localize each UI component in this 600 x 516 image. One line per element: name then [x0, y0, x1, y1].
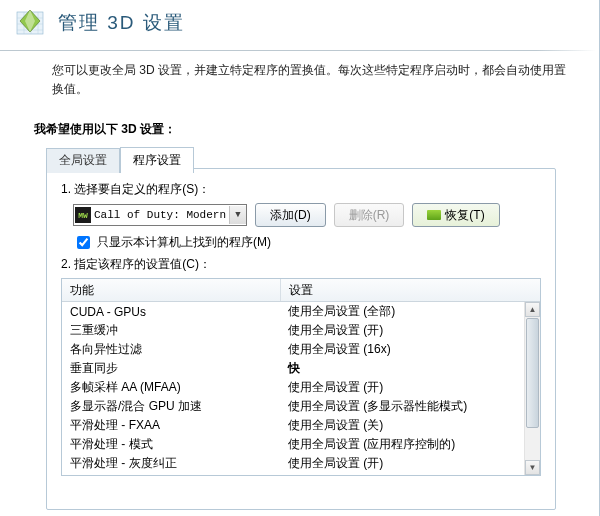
add-button-label: 添加(D)	[270, 207, 311, 224]
table-row[interactable]: 多显示器/混合 GPU 加速使用全局设置 (多显示器性能模式)	[62, 397, 525, 416]
setting-cell: 使用全局设置 (开)	[280, 379, 525, 396]
setting-cell: 使用全局设置 (关)	[280, 417, 525, 434]
col-feature-header[interactable]: 功能	[62, 279, 281, 301]
table-row[interactable]: 多帧采样 AA (MFAA)使用全局设置 (开)	[62, 378, 525, 397]
remove-button-label: 删除(R)	[349, 207, 390, 224]
add-button[interactable]: 添加(D)	[255, 203, 326, 227]
scroll-up-icon[interactable]: ▲	[525, 302, 540, 317]
setting-cell: 使用全局设置 (开)	[280, 455, 525, 472]
scroll-down-icon[interactable]: ▼	[525, 460, 540, 475]
nvidia-3d-icon	[14, 6, 48, 40]
setting-cell: 使用全局设置 (多显示器性能模式)	[280, 398, 525, 415]
step2-label: 2. 指定该程序的设置值(C)：	[61, 256, 541, 273]
page-header: 管理 3D 设置	[0, 0, 600, 50]
feature-cell: 各向异性过滤	[62, 341, 280, 358]
feature-cell: 平滑处理 - 模式	[62, 436, 280, 453]
tab-strip: 全局设置 程序设置	[46, 147, 194, 173]
grid-body: CUDA - GPUs使用全局设置 (全部)三重缓冲使用全局设置 (开)各向异性…	[62, 302, 540, 475]
program-app-icon: MW	[75, 207, 91, 223]
setting-cell: 快	[280, 360, 525, 377]
dropdown-arrow-icon: ▼	[229, 206, 246, 224]
table-row[interactable]: 垂直同步快	[62, 359, 525, 378]
feature-cell: 垂直同步	[62, 360, 280, 377]
table-row[interactable]: 平滑处理 - FXAA使用全局设置 (关)	[62, 416, 525, 435]
tab-program[interactable]: 程序设置	[120, 147, 194, 173]
table-row[interactable]: 三重缓冲使用全局设置 (开)	[62, 321, 525, 340]
setting-cell: 使用全局设置 (应用程序控制的)	[280, 436, 525, 453]
feature-cell: 平滑处理 - FXAA	[62, 417, 280, 434]
tab-global[interactable]: 全局设置	[46, 148, 120, 173]
remove-button: 删除(R)	[334, 203, 405, 227]
setting-cell: 使用全局设置 (16x)	[280, 341, 525, 358]
col-setting-header[interactable]: 设置	[281, 279, 540, 301]
restore-button[interactable]: 恢复(T)	[412, 203, 499, 227]
table-row[interactable]: 平滑处理 - 灰度纠正使用全局设置 (开)	[62, 454, 525, 473]
only-found-checkbox[interactable]	[77, 236, 90, 249]
restore-button-label: 恢复(T)	[445, 207, 484, 224]
feature-cell: 多帧采样 AA (MFAA)	[62, 379, 280, 396]
scroll-thumb[interactable]	[526, 318, 539, 428]
nvidia-logo-icon	[427, 210, 441, 220]
program-name: Call of Duty: Modern War...	[92, 209, 229, 221]
settings-panel: 全局设置 程序设置 1. 选择要自定义的程序(S)： MW Call of Du…	[46, 168, 556, 510]
table-row[interactable]: 各向异性过滤使用全局设置 (16x)	[62, 340, 525, 359]
page-description: 您可以更改全局 3D 设置，并建立特定程序的置换值。每次这些特定程序启动时，都会…	[0, 51, 600, 103]
feature-cell: 多显示器/混合 GPU 加速	[62, 398, 280, 415]
feature-cell: 三重缓冲	[62, 322, 280, 339]
settings-grid: 功能 设置 CUDA - GPUs使用全局设置 (全部)三重缓冲使用全局设置 (…	[61, 278, 541, 476]
program-row: MW Call of Duty: Modern War... ▼ 添加(D) 删…	[73, 203, 541, 227]
setting-cell: 使用全局设置 (开)	[280, 322, 525, 339]
section-label: 我希望使用以下 3D 设置：	[0, 103, 600, 146]
table-row[interactable]: 平滑处理 - 模式使用全局设置 (应用程序控制的)	[62, 435, 525, 454]
checkbox-label: 只显示本计算机上找到的程序(M)	[97, 234, 271, 251]
tab-body: 1. 选择要自定义的程序(S)： MW Call of Duty: Modern…	[47, 169, 555, 484]
table-row[interactable]: CUDA - GPUs使用全局设置 (全部)	[62, 302, 525, 321]
vertical-scrollbar[interactable]: ▲ ▼	[524, 302, 540, 475]
grid-header: 功能 设置	[62, 279, 540, 302]
program-select[interactable]: MW Call of Duty: Modern War... ▼	[73, 204, 247, 226]
setting-cell: 使用全局设置 (全部)	[280, 303, 525, 320]
step1-label: 1. 选择要自定义的程序(S)：	[61, 181, 541, 198]
checkbox-row: 只显示本计算机上找到的程序(M)	[73, 233, 541, 252]
feature-cell: 平滑处理 - 灰度纠正	[62, 455, 280, 472]
feature-cell: CUDA - GPUs	[62, 305, 280, 319]
page-title: 管理 3D 设置	[58, 10, 185, 36]
